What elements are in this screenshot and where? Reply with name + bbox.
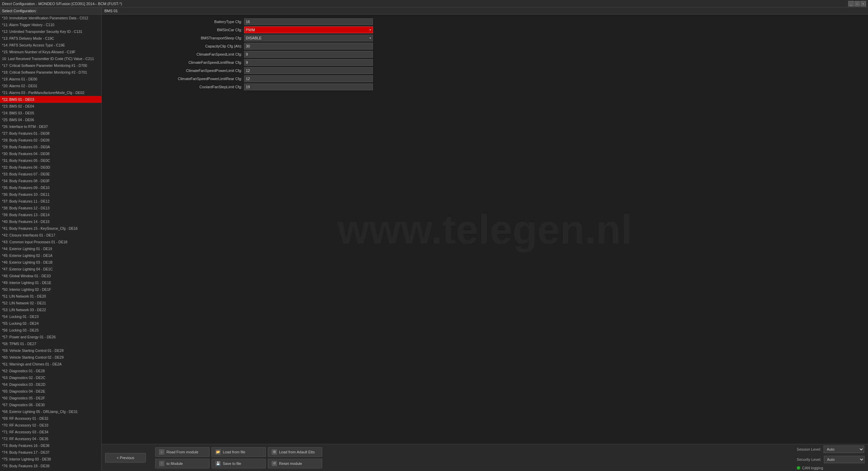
maximize-button[interactable]: □ [854,1,860,6]
load-from-default-button[interactable]: ⚙ Load from Adault Etts [268,447,322,457]
sidebar-item[interactable]: *24: BMS 03 - DE05 [0,110,101,116]
sidebar-item[interactable]: *72: RF Accessory 04 - DE35 [0,435,101,442]
reset-module-button[interactable]: ↺ Reset module [268,459,322,468]
sidebar-item[interactable]: *49: Interior Lighting 01 - DE1E [0,279,101,286]
sidebar-item[interactable]: *30: Body Features 04 - DE08 [0,150,101,157]
sidebar-item[interactable]: *28: Body Features 02 - DE09 [0,137,101,144]
read-from-module-button[interactable]: ↓ Read From module [155,447,210,457]
sidebar-item[interactable]: *77: Body Features 19 - DE3A [0,469,101,471]
watermark: www.telegen.nl [337,206,632,253]
sidebar-item[interactable]: *20: Alarms 02 - DE01 [0,82,101,89]
sidebar-item[interactable]: *68: Exterior Lighting 05 - DRLlamp_Cfg … [0,408,101,415]
sidebar-item[interactable]: *13: PATS Delivery Mode - C19C [0,35,101,42]
content-main: www.telegen.nl BatteryType Cfg:BMSInCar … [102,15,868,444]
sidebar-item[interactable]: *25: BMS 04 - DE06 [0,116,101,123]
sidebar-item[interactable]: *17: Critical Software Parameter Monitor… [0,62,101,69]
sidebar-item[interactable]: *59: Vehicle Starting Control 01 - DE28 [0,347,101,354]
session-level-row: Session Level: Auto Default Extended [797,446,865,453]
sidebar-item[interactable]: *35: Body Features 09 - DE10 [0,184,101,191]
sidebar-item[interactable]: *61: Warnings and Chimes 01 - DE2A [0,361,101,368]
sidebar-item[interactable]: *48: Global Window 01 - DE1D [0,272,101,279]
sidebar-item[interactable]: *60: Vehicle Starting Control 02 - DE29 [0,354,101,361]
select-wrapper: DISABLEENABLE▼ [244,35,373,41]
sidebar-item[interactable]: *18: Critical Software Parameter Monitor… [0,69,101,76]
sidebar-item[interactable]: *14: PATS Security Access Type - C19E [0,42,101,49]
config-select[interactable]: DISABLEENABLE [244,35,373,41]
security-level-select[interactable]: Auto None Level 1 [824,456,865,463]
sidebar-item[interactable]: *70: RF Accessory 02 - DE33 [0,422,101,429]
config-label: BatteryType Cfg: [108,20,244,24]
sidebar-item[interactable]: *10: Immobilizer Identification Paramete… [0,15,101,21]
sidebar-item[interactable]: *53: LIN Network 03 - DE22 [0,306,101,313]
sidebar-item[interactable]: *46: Exterior Lighting 03 - DE1B [0,259,101,266]
sidebar-item[interactable]: *41: Body Features 15 - KeySource_Cfg - … [0,225,101,232]
sidebar-item[interactable]: *42: Closure Interfaces 01 - DE17 [0,232,101,239]
sidebar-item[interactable]: *57: Power and Energy 01 - DE26 [0,334,101,340]
sidebar-item[interactable]: *58: TPMS 01 - DE27 [0,340,101,347]
sidebar-item[interactable]: *22: BMS 01 - DE03 [0,96,101,103]
sidebar-item[interactable]: *27: Body Features 01 - DE08 [0,130,101,137]
sidebar-item[interactable]: *67: Diagnostics 06 - DE30 [0,401,101,408]
previous-button[interactable]: < Previous [105,453,146,463]
sidebar-item[interactable]: *40: Body Features 14 - DE15 [0,218,101,225]
sidebar-item[interactable]: *51: LIN Network 01 - DE20 [0,293,101,300]
config-input[interactable] [244,67,373,74]
sidebar-item[interactable]: *34: Body Features 08 - DE0F [0,177,101,184]
write-to-module-button[interactable]: ↑ to Module [155,459,210,468]
load-from-file-button[interactable]: 📂 Load from file [212,447,266,457]
sidebar-item[interactable]: *74: Body Features 17 - DE37 [0,449,101,456]
sidebar-item[interactable]: *39: Body Features 13 - DE14 [0,211,101,218]
sidebar-item[interactable]: *52: LIN Network 02 - DE21 [0,300,101,306]
session-level-select[interactable]: Auto Default Extended [824,446,864,453]
sidebar-item[interactable]: *55: Locking 02 - DE24 [0,320,101,327]
sidebar-item[interactable]: *15: Minimum Number of Keys Allowed - C1… [0,49,101,55]
close-button[interactable]: × [861,1,866,6]
sidebar-item[interactable]: *21: Alarms 03 - PartManufacturerMode_Cf… [0,89,101,96]
sidebar-item[interactable]: *69: RF Accessory 01 - DE32 [0,415,101,422]
sidebar-item[interactable]: *63: Diagnostics 02 - DE2C [0,374,101,381]
sidebar-item[interactable]: *62: Diagnostics 01 - DE28 [0,368,101,374]
sidebar-item[interactable]: *29: Body Features 03 - DE0A [0,144,101,150]
sidebar-item[interactable]: *65: Diagnostics 04 - DE2E [0,388,101,395]
config-input[interactable] [244,18,373,25]
sidebar-item[interactable]: *56: Locking 03 - DE25 [0,327,101,334]
sidebar-item[interactable]: *75: Interior Lighting 03 - DE38 [0,456,101,463]
sidebar-list[interactable]: *10: Immobilizer Identification Paramete… [0,15,101,471]
security-level-row: Security Level: Auto None Level 1 [797,456,865,463]
save-file-icon: 💾 [215,461,221,466]
sidebar-item[interactable]: *71: RF Accessory 03 - DE34 [0,429,101,435]
content-area: BMS 01 www.telegen.nl BatteryType Cfg:BM… [102,7,868,471]
config-row: ClimateFanSpeedPowerLimit Cfg: [108,67,414,74]
save-to-file-button[interactable]: 💾 Save to file [212,459,266,468]
sidebar-item[interactable]: *54: Locking 01 - DE23 [0,313,101,320]
minimize-button[interactable]: _ [848,1,854,6]
sidebar-item[interactable]: *44: Exterior Lighting 01 - DE19 [0,245,101,252]
sidebar-item[interactable]: *45: Exterior Lighting 02 - DE1A [0,252,101,259]
sidebar-item[interactable]: *32: Body Features 06 - DE0D [0,164,101,171]
config-input[interactable] [244,75,373,82]
sidebar-item[interactable]: *36: Body Features 10 - DE11 [0,191,101,198]
sidebar-item[interactable]: *23: BMS 02 - DE04 [0,103,101,110]
sidebar-item[interactable]: *38: Body Features 12 - DE13 [0,205,101,211]
config-input[interactable] [244,43,373,50]
config-input[interactable] [244,83,373,90]
sidebar-item[interactable]: *50: Interior Lighting 02 - DE1F [0,286,101,293]
can-logging-indicator [797,466,800,470]
sidebar-item[interactable]: *66: Diagnostics 05 - DE2F [0,395,101,401]
sidebar-item[interactable]: *43: Common Input Processes 01 - DE18 [0,239,101,245]
config-input[interactable] [244,51,373,58]
sidebar-item[interactable]: *26: Interface to RTM - DE07 [0,123,101,130]
sidebar-item[interactable]: *64: Diagnostics 03 - DE2D [0,381,101,388]
sidebar-item[interactable]: *73: Body Features 16 - DE36 [0,442,101,449]
sidebar-item[interactable]: *12: Unlimited Transponder Security Key … [0,28,101,35]
config-input[interactable] [244,59,373,66]
config-select[interactable]: PWMDISABLEENABLE [244,26,373,33]
sidebar-item[interactable]: *31: Body Features 05 - DE0C [0,157,101,164]
sidebar-item[interactable]: *47: Exterior Lighting 04 - DE1C [0,266,101,272]
sidebar-item[interactable]: *19: Alarms 01 - DE00 [0,76,101,82]
sidebar-item[interactable]: *76: Body Features 18 - DE39 [0,463,101,469]
sidebar-item[interactable]: *37: Body Features 11 - DE12 [0,198,101,205]
sidebar-item[interactable]: *33: Body Features 07 - DE0E [0,171,101,177]
sidebar-item[interactable]: *11: Alarm Trigger History - C110 [0,21,101,28]
sidebar-item[interactable]: 16: Last Received Transmitter ID Code (T… [0,55,101,62]
